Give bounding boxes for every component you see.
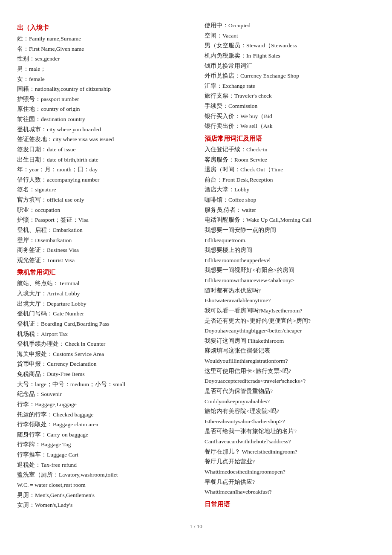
entry: Doyouhaveanythingbigger<better/cheaper bbox=[205, 326, 375, 336]
entry: 登机城市：city where you boarded bbox=[17, 124, 192, 135]
entry: 麻烦填写这张住宿登记表 bbox=[205, 346, 375, 356]
entry: 航站、终点站：Terminal bbox=[17, 278, 192, 289]
entry: 手续费：Commission bbox=[205, 101, 375, 111]
entry: 性别：sex,gender bbox=[17, 54, 192, 64]
section-title-daily: 日常用语 bbox=[205, 500, 375, 509]
entry: 银行买入价：We buy（Bid bbox=[205, 111, 375, 121]
entry: 是否可代为保管贵重物品? bbox=[205, 386, 375, 396]
entry: 签证签发地：city where visa was issued bbox=[17, 134, 192, 145]
entry: 我可以看一看房间吗?MayIseetheroom? bbox=[205, 306, 375, 316]
entry: 旅馆内有美容院<理发院>吗? bbox=[205, 406, 375, 416]
entry: 女：female bbox=[17, 74, 192, 84]
entry: 姓：Family name,Surname bbox=[17, 34, 192, 44]
entry: 服务员,侍者：waiter bbox=[205, 205, 375, 215]
entry: Isthereabeautysalon<barbershop>? bbox=[205, 416, 375, 427]
entry: 行李领取处：Baggage claim area bbox=[17, 419, 192, 430]
entry: Whattimedoesthediningroomopen? bbox=[205, 467, 375, 477]
page-number: 1 / 10 bbox=[190, 523, 202, 529]
entry: 汇率：Exchange rate bbox=[205, 81, 375, 91]
entry: 入住登记手续：Check-in bbox=[205, 145, 375, 155]
entry: 退税处：Tax-free refund bbox=[17, 460, 192, 470]
entry: 签名：signature bbox=[17, 185, 192, 195]
entry: 钱币兑换常用词汇 bbox=[205, 61, 375, 71]
entry: 旅行支票：Traveler's check bbox=[205, 91, 375, 101]
entry: 原住地：country of origin bbox=[17, 104, 192, 114]
entry: 退房（时间：Check Out（Time bbox=[205, 165, 375, 175]
section-title-boarding: 乘机常用词汇 bbox=[17, 269, 192, 277]
left-column: 出（入境卡 姓：Family name,Surname 名：First Name… bbox=[17, 20, 200, 510]
entry: 机内免税贩卖：In-Flight Sales bbox=[205, 51, 375, 61]
entry: 海关申报处：Customs Service Area bbox=[17, 349, 192, 359]
page-footer: 1 / 10 bbox=[17, 523, 375, 530]
entry: 货币申报：Currency Declaration bbox=[17, 359, 192, 369]
section-title-hotel: 酒店常用词汇及用语 bbox=[205, 135, 375, 143]
entry: 我要订这间房间 I'lltakethisroom bbox=[205, 336, 375, 346]
entry: Couldyoukeepmyvaluables? bbox=[205, 396, 375, 407]
entry: 行李推车：Luggage Cart bbox=[17, 450, 192, 460]
entry: Doyouacceptcreditcrads<traveler'schecks>… bbox=[205, 376, 375, 386]
entry: 前往国：destination country bbox=[17, 114, 192, 124]
entry: 电话叫醒服务：Wake Up Call,Morning Call bbox=[205, 215, 375, 225]
section-immigration-card: 出（入境卡 姓：Family name,Surname 名：First Name… bbox=[17, 24, 192, 265]
entry: 空闲：Vacant bbox=[205, 31, 375, 41]
entry: Ishotwateravailableanytime? bbox=[205, 295, 375, 306]
entry: CanIhaveacardwiththehotel'saddress? bbox=[205, 436, 375, 447]
entry: 外币兑换店：Currency Exchange Shop bbox=[205, 71, 375, 81]
entry: 职业：occupation bbox=[17, 205, 192, 215]
entry: 是否可给我一张有旅馆地址的名片? bbox=[205, 426, 375, 436]
entry: 酒店大堂：Lobby bbox=[205, 185, 375, 195]
entry: 男（女空服员：Steward（Stewardess bbox=[205, 40, 375, 51]
section-boarding-entries: 航站、终点站：Terminal 入境大厅：Arrival Lobby 出境大厅：… bbox=[17, 278, 192, 510]
entry: 登机手续办理处：Check in Counter bbox=[17, 339, 192, 349]
entry: 名：First Name,Given name bbox=[17, 44, 192, 54]
entry: 官方填写：official use only bbox=[17, 195, 192, 205]
entry: I'dlikearoomwithaniceview<abalcony> bbox=[205, 275, 375, 286]
entry: 登机门号码：Gate Number bbox=[17, 309, 192, 319]
entry: W.C.＝water closet,rest room bbox=[17, 480, 192, 490]
entry: 观光签证：Tourist Visa bbox=[17, 255, 192, 266]
entry: 餐厅在那儿？ Whereisthediningroom? bbox=[205, 447, 375, 457]
entry: 男：male； bbox=[17, 64, 192, 74]
entry: 年：year；月：month；日：day bbox=[17, 165, 192, 175]
entry: 护照：Passport；签证：Visa bbox=[17, 215, 192, 225]
section-flight-vocab: 使用中：Occupied 空闲：Vacant 男（女空服员：Steward（St… bbox=[205, 20, 375, 131]
entry: 银行卖出价：We sell（Ask bbox=[205, 121, 375, 131]
entry: 我想要楼上的房间 bbox=[205, 245, 375, 255]
entry: 盥洗室（厕所：Lavatory,washroom,toilet bbox=[17, 470, 192, 480]
entry: 使用中：Occupied bbox=[205, 20, 375, 31]
entry: 免税商品：Duty-Free Items bbox=[17, 369, 192, 379]
entry: 借行人数：accompanying number bbox=[17, 175, 192, 185]
right-column: 使用中：Occupied 空闲：Vacant 男（女空服员：Steward（St… bbox=[200, 20, 375, 510]
entry: WhattimecanIhavebreakfast? bbox=[205, 487, 375, 497]
section-hotel-entries: 入住登记手续：Check-in 客房服务：Room Service 退房（时间：… bbox=[205, 145, 375, 497]
entry: 大号：large；中号：medium；小号：small bbox=[17, 379, 192, 390]
entry: 客房服务：Room Service bbox=[205, 155, 375, 165]
entry: 随时都有热水供应吗? bbox=[205, 286, 375, 296]
page-container: 出（入境卡 姓：Family name,Surname 名：First Name… bbox=[17, 20, 375, 510]
section-boarding: 乘机常用词汇 航站、终点站：Terminal 入境大厅：Arrival Lobb… bbox=[17, 269, 192, 510]
entry: 这里可使用信用卡<旅行支票>吗? bbox=[205, 366, 375, 376]
entry: 前台：Front Desk,Reception bbox=[205, 175, 375, 185]
entry: 女厕：Women's,Lady's bbox=[17, 500, 192, 510]
entry: Wouldyoufillinthisregistrationform? bbox=[205, 356, 375, 366]
section-daily: 日常用语 bbox=[205, 500, 375, 509]
entry: I'dlikeaquietroom. bbox=[205, 235, 375, 246]
entry: 登机证：Boarding Card,Boarding Pass bbox=[17, 319, 192, 329]
entry: 行李：Baggage,Luggage bbox=[17, 399, 192, 410]
entry: 咖啡馆：Coffee shop bbox=[205, 195, 375, 205]
entry: 国籍：nationality,country of citizenship bbox=[17, 84, 192, 94]
entry: 早餐几点开始供应? bbox=[205, 477, 375, 487]
entry: I'dlikearoomontheupperlevel bbox=[205, 255, 375, 266]
entry: 出境大厅：Departure Lobby bbox=[17, 299, 192, 309]
entry: 纪念品：Souvenir bbox=[17, 389, 192, 399]
entry: 登岸：Disembarkation bbox=[17, 235, 192, 246]
entry: 机场税：Airport Tax bbox=[17, 329, 192, 339]
entry: 出生日期：date of birth,birth date bbox=[17, 155, 192, 165]
entry: 随身行李：Carry-on baggage bbox=[17, 430, 192, 440]
entry: 我想要一间视野好<有阳台>的房间 bbox=[205, 265, 375, 275]
entry: 商务签证：Business Visa bbox=[17, 245, 192, 255]
section-immigration-entries: 姓：Family name,Surname 名：First Name,Given… bbox=[17, 34, 192, 265]
entry: 托运的行李：Checked baggage bbox=[17, 410, 192, 420]
section-hotel: 酒店常用词汇及用语 入住登记手续：Check-in 客房服务：Room Serv… bbox=[205, 135, 375, 497]
entry: 我想要一间安静一点的房间 bbox=[205, 225, 375, 235]
